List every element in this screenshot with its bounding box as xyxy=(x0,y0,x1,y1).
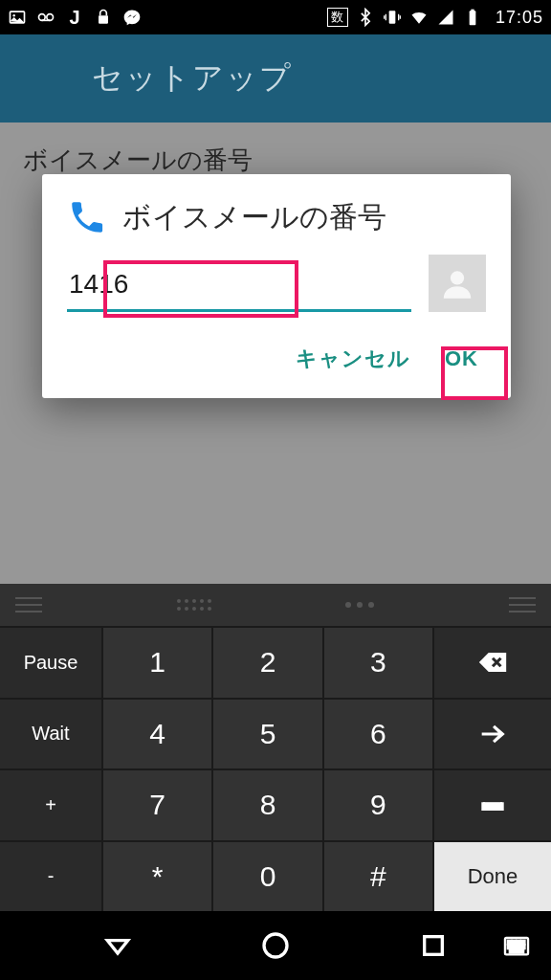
app-header: セットアップ xyxy=(0,34,551,122)
status-bar: J 数 17:05 xyxy=(0,0,551,34)
key-2[interactable]: 2 xyxy=(213,628,321,698)
svg-rect-17 xyxy=(513,946,516,948)
svg-rect-16 xyxy=(508,946,511,948)
wifi-icon xyxy=(409,8,429,27)
signal-icon xyxy=(436,8,455,27)
dialog-title: ボイスメールの番号 xyxy=(122,198,386,237)
svg-point-3 xyxy=(47,14,54,21)
contact-picker-button[interactable] xyxy=(429,255,486,312)
svg-rect-12 xyxy=(508,941,511,944)
nav-ime-button[interactable] xyxy=(497,926,536,965)
voicemail-dialog: ボイスメールの番号 キャンセル OK xyxy=(42,174,511,398)
svg-rect-6 xyxy=(470,11,476,25)
vibrate-icon xyxy=(383,8,402,27)
voicemail-icon xyxy=(36,8,55,27)
nav-recents-button[interactable] xyxy=(414,926,452,965)
key-5[interactable]: 5 xyxy=(213,700,321,769)
key-7[interactable]: 7 xyxy=(103,770,211,840)
page-title: セットアップ xyxy=(92,57,293,100)
nav-home-button[interactable] xyxy=(256,926,295,965)
keypad-handle-row[interactable] xyxy=(0,584,551,626)
svg-rect-20 xyxy=(510,950,522,952)
key-star[interactable]: * xyxy=(103,842,211,912)
key-space[interactable] xyxy=(434,770,551,840)
key-4[interactable]: 4 xyxy=(103,700,211,769)
key-done[interactable]: Done xyxy=(434,842,551,912)
key-1[interactable]: 1 xyxy=(103,628,211,698)
picture-icon xyxy=(8,8,27,27)
lock-icon xyxy=(94,8,113,27)
key-minus[interactable]: - xyxy=(0,842,101,912)
phone-icon xyxy=(67,197,107,237)
system-nav-bar xyxy=(0,911,551,980)
key-8[interactable]: 8 xyxy=(213,770,321,840)
key-pause[interactable]: Pause xyxy=(0,628,101,698)
svg-rect-19 xyxy=(521,946,524,948)
svg-rect-10 xyxy=(425,937,443,955)
j-icon: J xyxy=(65,8,84,27)
drag-handle-icon xyxy=(509,597,536,612)
svg-rect-15 xyxy=(521,941,524,944)
key-next[interactable] xyxy=(434,700,551,769)
drag-handle-icon xyxy=(15,597,42,612)
numeric-keypad: Pause 1 2 3 Wait 4 5 6 + 7 8 9 - * 0 # D… xyxy=(0,584,551,911)
bluetooth-icon xyxy=(356,8,375,27)
svg-rect-7 xyxy=(471,10,474,11)
svg-point-2 xyxy=(39,14,46,21)
grip-icon xyxy=(177,599,211,611)
svg-point-8 xyxy=(451,271,464,284)
voicemail-number-input[interactable] xyxy=(67,265,411,303)
key-hash[interactable]: # xyxy=(324,842,432,912)
battery-icon xyxy=(463,8,482,27)
svg-point-1 xyxy=(12,14,15,16)
svg-rect-18 xyxy=(518,946,520,948)
svg-point-9 xyxy=(264,934,287,957)
svg-rect-14 xyxy=(518,941,520,944)
key-backspace[interactable] xyxy=(434,628,551,698)
key-6[interactable]: 6 xyxy=(324,700,432,769)
key-wait[interactable]: Wait xyxy=(0,700,101,769)
ime-badge: 数 xyxy=(327,8,348,27)
svg-rect-5 xyxy=(389,11,396,23)
cancel-button[interactable]: キャンセル xyxy=(296,345,410,373)
svg-rect-4 xyxy=(99,15,108,23)
key-3[interactable]: 3 xyxy=(324,628,432,698)
key-0[interactable]: 0 xyxy=(213,842,321,912)
clock: 17:05 xyxy=(496,8,543,28)
messenger-icon xyxy=(122,8,142,27)
ok-button[interactable]: OK xyxy=(445,345,478,373)
key-plus[interactable]: + xyxy=(0,770,101,840)
nav-back-button[interactable] xyxy=(99,926,137,965)
key-9[interactable]: 9 xyxy=(324,770,432,840)
svg-rect-13 xyxy=(513,941,516,944)
more-dots-icon xyxy=(345,602,374,608)
